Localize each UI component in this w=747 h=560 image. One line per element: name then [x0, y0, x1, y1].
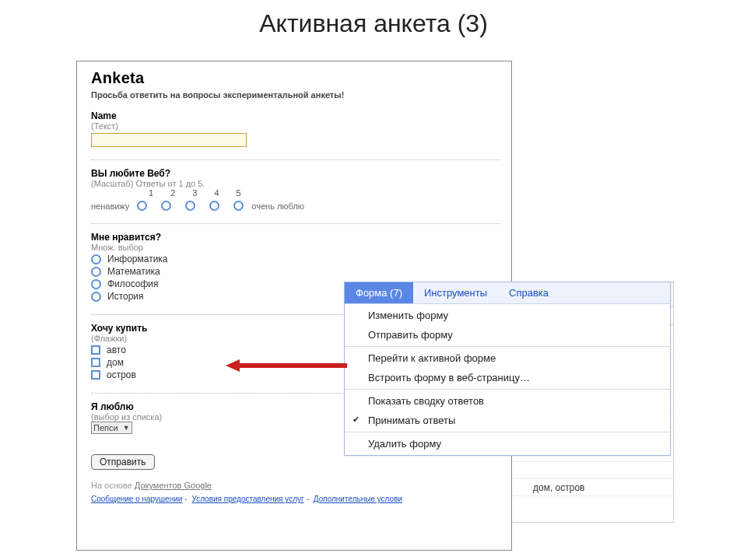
abuse-link[interactable]: Сообщение о нарушении — [91, 495, 182, 503]
question-subtitle: Множ. выбор — [91, 243, 500, 252]
name-input[interactable] — [91, 133, 247, 147]
menu-item-accepting-responses[interactable]: Принимать ответы — [345, 411, 670, 430]
scale-number: 4 — [214, 188, 219, 198]
scale-radio-5[interactable] — [233, 201, 244, 211]
additional-terms-link[interactable]: Дополнительные услови — [314, 495, 402, 503]
radio-option[interactable] — [91, 254, 101, 264]
checkbox-option[interactable] — [91, 358, 100, 367]
option-label: История — [107, 291, 144, 302]
menubar: Форма (7) Инструменты Справка — [345, 282, 670, 304]
menu-item-embed-form[interactable]: Встроить форму в веб-страницу… — [345, 368, 670, 387]
checkbox-option[interactable] — [91, 370, 100, 380]
terms-link[interactable]: Условия предоставления услуг — [191, 495, 303, 503]
question-title: ВЫ любите Веб? — [91, 168, 500, 179]
option-label: Философия — [107, 278, 159, 289]
menu-tab-tools[interactable]: Инструменты — [413, 282, 498, 303]
scale-number: 3 — [192, 188, 197, 198]
form-title: Anketa — [91, 69, 500, 87]
scale-number: 1 — [149, 188, 153, 198]
chevron-down-icon: ▼ — [123, 424, 130, 432]
scale-radio-4[interactable] — [209, 201, 219, 211]
menu-list: Изменить форму Отправить форму Перейти к… — [345, 304, 670, 455]
scale-radio-1[interactable] — [137, 201, 147, 211]
scale-radio-3[interactable] — [185, 201, 195, 211]
row-buy: дом, остров — [530, 482, 673, 493]
scale-radio-2[interactable] — [161, 201, 171, 211]
question-subtitle: (Текст) — [91, 121, 500, 131]
radio-option[interactable] — [91, 279, 101, 289]
menu-tab-help[interactable]: Справка — [498, 282, 559, 303]
google-docs-link[interactable]: Документов Google — [135, 481, 212, 490]
option-label: Информатика — [107, 254, 168, 264]
question-title: Мне нравится? — [91, 232, 500, 243]
form-menu-panel: Форма (7) Инструменты Справка Изменить ф… — [344, 282, 671, 456]
question-name: Name (Текст) — [91, 110, 500, 147]
scale-left-label: ненавижу — [91, 201, 129, 211]
submit-button[interactable]: Отправить — [91, 454, 155, 470]
form-description: Просьба ответить на вопросы эксперимента… — [91, 90, 500, 100]
option-label: Математика — [107, 266, 160, 277]
scale-right-label: очень люблю — [251, 201, 304, 211]
menu-item-summary[interactable]: Показать сводку ответов — [345, 391, 670, 411]
footer-links: Сообщение о нарушении- Условия предостав… — [91, 495, 500, 503]
slide-title: Активная анкета (3) — [0, 0, 747, 51]
option-label: дом — [107, 357, 124, 368]
powered-by: На основе Документов Google — [91, 481, 500, 490]
radio-option[interactable] — [91, 292, 101, 302]
scale-number: 5 — [237, 188, 241, 198]
question-subtitle: (Масштаб) Ответы от 1 до 5. — [91, 179, 500, 188]
menu-item-goto-live-form[interactable]: Перейти к активной форме — [345, 348, 670, 368]
question-title: Name — [91, 110, 500, 121]
checkbox-option[interactable] — [91, 345, 100, 355]
scale-number: 2 — [170, 188, 175, 198]
menu-item-edit-form[interactable]: Изменить форму — [345, 306, 670, 325]
arrow-shaft — [238, 363, 347, 368]
option-label: авто — [107, 345, 126, 355]
menu-tab-form[interactable]: Форма (7) — [345, 282, 413, 303]
menu-item-send-form[interactable]: Отправить форму — [345, 325, 670, 345]
select-value: Пепси — [93, 423, 118, 432]
option-label: остров — [107, 369, 136, 380]
pointer-arrow — [226, 359, 350, 372]
menu-item-delete-form[interactable]: Удалить форму — [345, 434, 670, 453]
love-select[interactable]: Пепси ▼ — [91, 422, 132, 434]
question-scale: ВЫ любите Веб? (Масштаб) Ответы от 1 до … — [91, 168, 500, 211]
radio-option[interactable] — [91, 267, 101, 277]
